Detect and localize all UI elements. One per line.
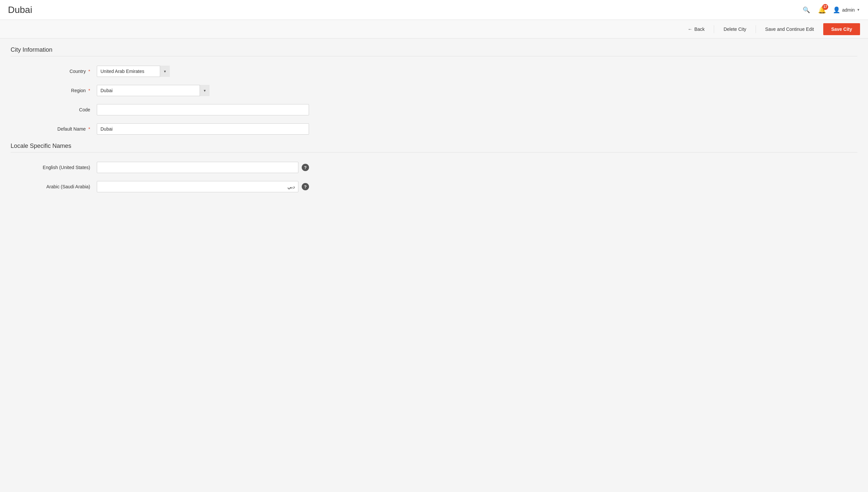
default-name-field-group: Default Name * <box>10 123 309 134</box>
user-label: admin <box>842 7 855 13</box>
default-name-required-star: * <box>89 126 90 132</box>
region-select[interactable]: Dubai Abu Dhabi Sharjah <box>97 85 209 96</box>
english-field-group: English (United States) ? <box>10 162 309 173</box>
country-required-star: * <box>89 69 90 74</box>
city-info-divider <box>10 56 858 56</box>
notification-badge: 17 <box>822 4 828 10</box>
code-label: Code <box>10 107 97 113</box>
default-name-label: Default Name * <box>10 126 97 132</box>
save-continue-button[interactable]: Save and Continue Edit <box>761 24 818 34</box>
region-select-wrapper: Dubai Abu Dhabi Sharjah ▼ <box>97 85 209 96</box>
country-label: Country * <box>10 69 97 74</box>
region-field-group: Region * Dubai Abu Dhabi Sharjah ▼ <box>10 85 309 96</box>
notification-button[interactable]: 🔔 17 <box>818 6 826 14</box>
locale-section-title: Locale Specific Names <box>10 143 858 149</box>
back-button[interactable]: ← Back <box>684 24 709 34</box>
country-select[interactable]: United Arab Emirates United States Unite… <box>97 66 170 77</box>
arabic-field-group: Arabic (Saudi Arabia) ? <box>10 181 309 192</box>
city-info-section-title: City Information <box>10 46 858 53</box>
english-input[interactable] <box>97 162 298 173</box>
chevron-down-icon: ▼ <box>857 8 860 11</box>
locale-divider <box>10 152 858 152</box>
search-button[interactable]: 🔍 <box>801 5 811 15</box>
code-field-group: Code <box>10 104 309 115</box>
arabic-input[interactable] <box>97 181 298 192</box>
content: City Information Country * United Arab E… <box>0 39 868 208</box>
user-icon: 👤 <box>833 6 840 14</box>
delete-city-button[interactable]: Delete City <box>719 24 750 34</box>
toolbar: ← Back Delete City Save and Continue Edi… <box>0 20 868 39</box>
region-required-star: * <box>89 88 90 93</box>
search-icon: 🔍 <box>803 7 810 13</box>
code-input[interactable] <box>97 104 309 115</box>
arabic-help-icon[interactable]: ? <box>302 183 309 190</box>
save-city-button[interactable]: Save City <box>823 23 860 35</box>
english-label: English (United States) <box>10 165 97 170</box>
top-header: Dubai 🔍 🔔 17 👤 admin ▼ <box>0 0 868 20</box>
page-title: Dubai <box>8 5 32 15</box>
header-right: 🔍 🔔 17 👤 admin ▼ <box>801 5 860 15</box>
region-label: Region * <box>10 88 97 93</box>
country-select-wrapper: United Arab Emirates United States Unite… <box>97 66 170 77</box>
country-field-group: Country * United Arab Emirates United St… <box>10 66 309 77</box>
default-name-input[interactable] <box>97 123 309 134</box>
english-help-icon[interactable]: ? <box>302 164 309 171</box>
toolbar-divider-1 <box>714 25 714 33</box>
toolbar-divider-2 <box>755 25 756 33</box>
user-menu[interactable]: 👤 admin ▼ <box>833 6 860 14</box>
arabic-label: Arabic (Saudi Arabia) <box>10 184 97 189</box>
back-arrow-icon: ← <box>688 26 692 32</box>
